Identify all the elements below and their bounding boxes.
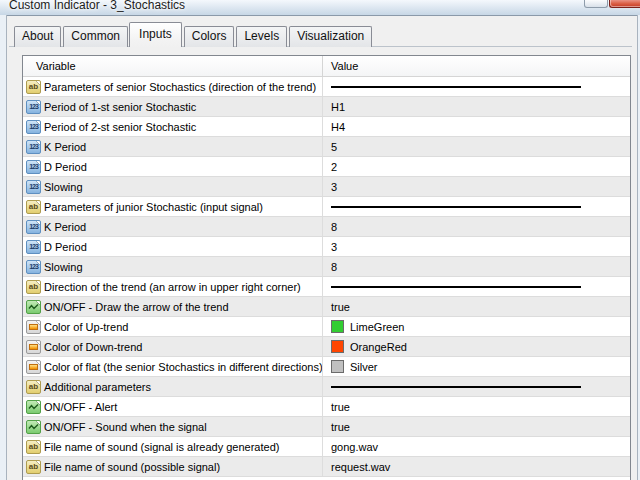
variable-cell: 123K Period bbox=[23, 137, 323, 156]
value-cell[interactable]: 5 bbox=[323, 137, 630, 156]
value-text: LimeGreen bbox=[350, 321, 404, 333]
value-cell[interactable]: 2 bbox=[323, 157, 630, 176]
table-row[interactable]: 123Period of 2-st senior StochasticH4 bbox=[23, 117, 630, 137]
numeric-param-icon: 123 bbox=[26, 120, 41, 134]
value-cell[interactable]: Silver bbox=[323, 357, 630, 376]
bool-param-icon bbox=[26, 400, 41, 414]
variable-cell: 123D Period bbox=[23, 157, 323, 176]
variable-label: ON/OFF - Sound when the signal bbox=[44, 421, 207, 433]
color-swatch bbox=[331, 320, 344, 333]
table-row[interactable]: Color of flat (the senior Stochastics in… bbox=[23, 357, 630, 377]
tab-colors[interactable]: Colors bbox=[184, 26, 235, 47]
tab-inputs[interactable]: Inputs bbox=[129, 22, 182, 47]
help-button[interactable] bbox=[584, 0, 608, 8]
value-cell[interactable]: true bbox=[323, 297, 630, 316]
tab-strip: AboutCommonInputsColorsLevelsVisualizati… bbox=[14, 22, 374, 47]
variable-label: Period of 1-st senior Stochastic bbox=[44, 101, 196, 113]
tab-about[interactable]: About bbox=[14, 26, 61, 47]
table-row[interactable]: 123Slowing8 bbox=[23, 257, 630, 277]
value-cell[interactable]: gong.wav bbox=[323, 437, 630, 456]
table-row[interactable]: abDirection of the trend (an arrow in up… bbox=[23, 277, 630, 297]
value-text: true bbox=[331, 401, 350, 413]
bool-param-icon bbox=[26, 300, 41, 314]
table-row[interactable]: ON/OFF - Sound when the signaltrue bbox=[23, 417, 630, 437]
variable-cell: ON/OFF - Alert bbox=[23, 397, 323, 416]
string-param-icon: ab bbox=[26, 200, 41, 214]
variable-cell: 123Slowing bbox=[23, 177, 323, 196]
table-row[interactable]: 123Period of 1-st senior StochasticH1 bbox=[23, 97, 630, 117]
title-bar: Custom Indicator - 3_Stochastics bbox=[0, 0, 640, 16]
table-row[interactable]: 123Slowing3 bbox=[23, 177, 630, 197]
numeric-param-icon: 123 bbox=[26, 140, 41, 154]
table-row[interactable]: abFile name of sound (possible signal)re… bbox=[23, 457, 630, 477]
table-body: abParameters of senior Stochastics (dire… bbox=[23, 77, 630, 477]
variable-cell: ON/OFF - Draw the arrow of the trend bbox=[23, 297, 323, 316]
value-text: 8 bbox=[331, 261, 337, 273]
value-cell[interactable] bbox=[323, 377, 630, 396]
variable-cell: 123D Period bbox=[23, 237, 323, 256]
table-row[interactable]: abAdditional parameters bbox=[23, 377, 630, 397]
table-row[interactable]: 123D Period2 bbox=[23, 157, 630, 177]
value-cell[interactable] bbox=[323, 197, 630, 216]
numeric-param-icon: 123 bbox=[26, 100, 41, 114]
variable-label: Color of Down-trend bbox=[44, 341, 142, 353]
value-cell[interactable] bbox=[323, 277, 630, 296]
variable-label: Period of 2-st senior Stochastic bbox=[44, 121, 196, 133]
close-button[interactable] bbox=[609, 0, 640, 8]
value-cell[interactable]: H4 bbox=[323, 117, 630, 136]
table-row[interactable]: abParameters of junior Stochastic (input… bbox=[23, 197, 630, 217]
variable-label: ON/OFF - Draw the arrow of the trend bbox=[44, 301, 229, 313]
value-cell[interactable]: LimeGreen bbox=[323, 317, 630, 336]
table-row[interactable]: abParameters of senior Stochastics (dire… bbox=[23, 77, 630, 97]
separator-line bbox=[331, 386, 581, 388]
column-header-variable: Variable bbox=[23, 56, 323, 76]
value-cell[interactable] bbox=[323, 77, 630, 96]
variable-label: File name of sound (possible signal) bbox=[44, 461, 220, 473]
string-param-icon: ab bbox=[26, 380, 41, 394]
value-cell[interactable]: request.wav bbox=[323, 457, 630, 476]
value-cell[interactable]: 8 bbox=[323, 257, 630, 276]
variable-cell: 123Period of 2-st senior Stochastic bbox=[23, 117, 323, 136]
variable-cell: abParameters of senior Stochastics (dire… bbox=[23, 77, 323, 96]
variable-label: Slowing bbox=[44, 261, 83, 273]
value-text: true bbox=[331, 301, 350, 313]
table-row[interactable]: Color of Up-trendLimeGreen bbox=[23, 317, 630, 337]
value-cell[interactable]: H1 bbox=[323, 97, 630, 116]
separator-line bbox=[331, 286, 581, 288]
tab-common[interactable]: Common bbox=[63, 26, 128, 47]
color-swatch bbox=[331, 360, 344, 373]
table-row[interactable]: ON/OFF - Alerttrue bbox=[23, 397, 630, 417]
window-title: Custom Indicator - 3_Stochastics bbox=[9, 0, 185, 12]
value-text: Silver bbox=[350, 361, 378, 373]
variable-label: Slowing bbox=[44, 181, 83, 193]
table-row[interactable]: abFile name of sound (signal is already … bbox=[23, 437, 630, 457]
numeric-param-icon: 123 bbox=[26, 220, 41, 234]
variable-cell: Color of flat (the senior Stochastics in… bbox=[23, 357, 323, 376]
column-header-value: Value bbox=[323, 56, 630, 76]
value-cell[interactable]: 3 bbox=[323, 237, 630, 256]
table-row[interactable]: 123D Period3 bbox=[23, 237, 630, 257]
value-cell[interactable]: true bbox=[323, 417, 630, 436]
string-param-icon: ab bbox=[26, 460, 41, 474]
value-text: H4 bbox=[331, 121, 345, 133]
value-cell[interactable]: 8 bbox=[323, 217, 630, 236]
value-text: true bbox=[331, 421, 350, 433]
color-swatch bbox=[331, 340, 344, 353]
variable-label: Color of Up-trend bbox=[44, 321, 128, 333]
tab-levels[interactable]: Levels bbox=[236, 26, 287, 47]
variable-label: Color of flat (the senior Stochastics in… bbox=[44, 361, 323, 373]
table-row[interactable]: Color of Down-trendOrangeRed bbox=[23, 337, 630, 357]
variable-label: D Period bbox=[44, 161, 87, 173]
value-cell[interactable]: OrangeRed bbox=[323, 337, 630, 356]
table-header-row: Variable Value bbox=[23, 56, 630, 77]
value-cell[interactable]: true bbox=[323, 397, 630, 416]
variable-label: Direction of the trend (an arrow in uppe… bbox=[44, 281, 301, 293]
value-cell[interactable]: 3 bbox=[323, 177, 630, 196]
tab-visualization[interactable]: Visualization bbox=[289, 26, 372, 47]
table-row[interactable]: 123K Period8 bbox=[23, 217, 630, 237]
table-row[interactable]: ON/OFF - Draw the arrow of the trendtrue bbox=[23, 297, 630, 317]
value-text: 8 bbox=[331, 221, 337, 233]
variable-cell: abAdditional parameters bbox=[23, 377, 323, 396]
variable-label: Parameters of junior Stochastic (input s… bbox=[44, 201, 263, 213]
table-row[interactable]: 123K Period5 bbox=[23, 137, 630, 157]
